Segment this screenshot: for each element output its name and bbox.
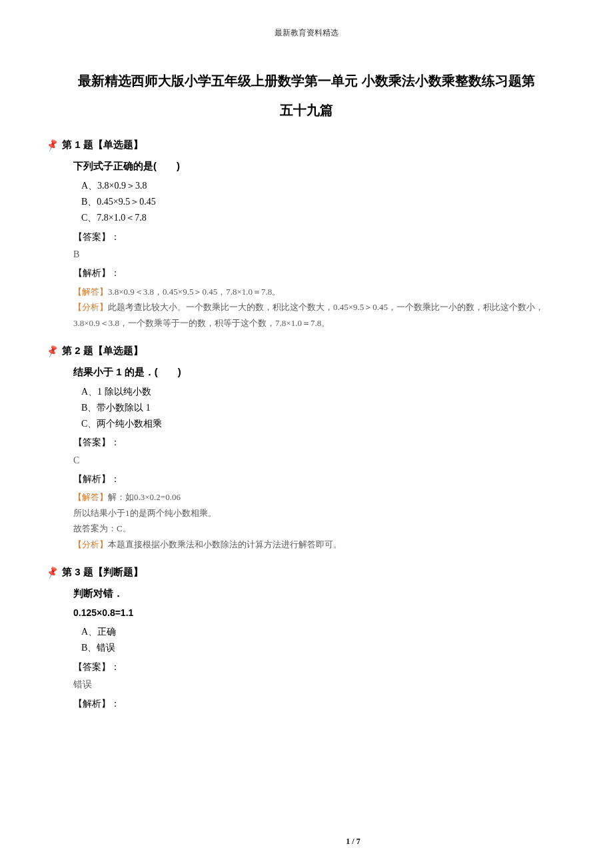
question-stem: 结果小于 1 的是．( ) <box>73 364 566 380</box>
pin-icon: 📌 <box>45 341 61 359</box>
analysis-text: 3.8×0.9＜3.8，0.45×9.5＞0.45，7.8×1.0＝7.8。 <box>108 287 281 297</box>
option-b: B、带小数除以 1 <box>81 400 566 416</box>
analysis-text: 解：如0.3×0.2=0.06 <box>108 492 181 502</box>
question-sub: 0.125×0.8=1.1 <box>73 605 566 620</box>
analysis-line: 【解答】解：如0.3×0.2=0.06 <box>73 489 566 505</box>
answer-value: 错误 <box>73 677 566 692</box>
question-number-label: 第 1 题【单选题】 <box>62 137 143 153</box>
analysis-label: 【解析】： <box>73 697 566 711</box>
title-line-2: 五十九篇 <box>47 95 566 125</box>
page-footer: 1 / 7 <box>47 835 613 848</box>
question-2: 📌 第 2 题【单选题】 结果小于 1 的是．( ) A、1 除以纯小数 B、带… <box>47 343 566 552</box>
question-stem: 判断对错． <box>73 585 566 601</box>
analysis-tag: 【分析】 <box>73 302 108 312</box>
question-header: 📌 第 2 题【单选题】 <box>47 343 566 359</box>
analysis-label: 【解析】： <box>73 266 566 281</box>
answer-label: 【答案】： <box>73 435 566 450</box>
answer-label: 【答案】： <box>73 660 566 675</box>
question-header: 📌 第 1 题【单选题】 <box>47 137 566 153</box>
question-options: A、1 除以纯小数 B、带小数除以 1 C、两个纯小数相乘 <box>81 384 566 431</box>
question-3: 📌 第 3 题【判断题】 判断对错． 0.125×0.8=1.1 A、正确 B、… <box>47 564 566 711</box>
analysis-text: 此题考查比较大小。一个数乘比一大的数，积比这个数大，0.45×9.5＞0.45，… <box>73 302 544 327</box>
option-a: A、正确 <box>81 624 566 640</box>
analysis-content: 【解答】解：如0.3×0.2=0.06 所以结果小于1的是两个纯小数相乘。 故答… <box>73 489 566 552</box>
analysis-line: 【分析】此题考查比较大小。一个数乘比一大的数，积比这个数大，0.45×9.5＞0… <box>73 299 566 331</box>
option-c: C、两个纯小数相乘 <box>81 416 566 432</box>
document-title: 最新精选西师大版小学五年级上册数学第一单元 小数乘法小数乘整数练习题第 五十九篇 <box>47 66 566 125</box>
option-c: C、7.8×1.0＜7.8 <box>81 210 566 226</box>
analysis-content: 【解答】3.8×0.9＜3.8，0.45×9.5＞0.45，7.8×1.0＝7.… <box>73 284 566 331</box>
answer-value: C <box>73 453 566 468</box>
analysis-text: 所以结果小于1的是两个纯小数相乘。 <box>73 508 217 518</box>
pin-icon: 📌 <box>45 563 61 581</box>
question-header: 📌 第 3 题【判断题】 <box>47 564 566 580</box>
title-line-1: 最新精选西师大版小学五年级上册数学第一单元 小数乘法小数乘整数练习题第 <box>47 66 566 95</box>
analysis-line: 所以结果小于1的是两个纯小数相乘。 <box>73 505 566 521</box>
analysis-tag: 【解答】 <box>73 492 108 502</box>
question-options: A、3.8×0.9＞3.8 B、0.45×9.5＞0.45 C、7.8×1.0＜… <box>81 178 566 225</box>
question-number-label: 第 2 题【单选题】 <box>62 343 143 359</box>
question-options: A、正确 B、错误 <box>81 624 566 656</box>
answer-value: B <box>73 247 566 262</box>
page-header: 最新教育资料精选 <box>47 27 566 39</box>
analysis-text: 本题直接根据小数乘法和小数除法的计算方法进行解答即可。 <box>108 539 342 549</box>
analysis-tag: 【分析】 <box>73 539 108 549</box>
analysis-tag: 【解答】 <box>73 287 108 297</box>
analysis-line: 故答案为：C。 <box>73 521 566 536</box>
question-stem: 下列式子正确的是( ) <box>73 158 566 174</box>
option-b: B、0.45×9.5＞0.45 <box>81 194 566 210</box>
question-number-label: 第 3 题【判断题】 <box>62 564 143 580</box>
question-1: 📌 第 1 题【单选题】 下列式子正确的是( ) A、3.8×0.9＞3.8 B… <box>47 137 566 331</box>
option-b: B、错误 <box>81 640 566 656</box>
answer-label: 【答案】： <box>73 230 566 245</box>
analysis-text: 故答案为：C。 <box>73 523 131 533</box>
analysis-line: 【分析】本题直接根据小数乘法和小数除法的计算方法进行解答即可。 <box>73 537 566 552</box>
analysis-label: 【解析】： <box>73 472 566 487</box>
analysis-line: 【解答】3.8×0.9＜3.8，0.45×9.5＞0.45，7.8×1.0＝7.… <box>73 284 566 299</box>
option-a: A、3.8×0.9＞3.8 <box>81 178 566 194</box>
pin-icon: 📌 <box>45 136 61 154</box>
option-a: A、1 除以纯小数 <box>81 384 566 400</box>
